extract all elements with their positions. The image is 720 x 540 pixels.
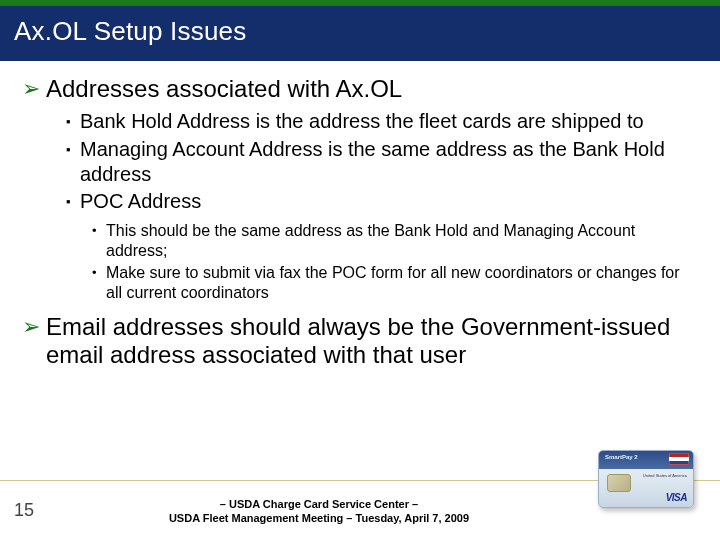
bullet-text: Managing Account Address is the same add… [80,137,698,187]
bullet-text: Email addresses should always be the Gov… [46,313,698,369]
bullet-text: Bank Hold Address is the address the fle… [80,109,644,134]
square-icon: ▪ [66,109,80,135]
bullet-level3: • Make sure to submit via fax the POC fo… [92,263,698,303]
arrow-icon: ➢ [22,75,42,103]
bullet-level1: ➢ Email addresses should always be the G… [22,313,698,369]
card-brand: SmartPay 2 [605,454,638,460]
bullet-text: Make sure to submit via fax the POC form… [106,263,698,303]
flag-icon [669,453,689,465]
slide-title: Ax.OL Setup Issues [14,16,706,47]
bullet-level2-list: ▪ Bank Hold Address is the address the f… [66,109,698,215]
dot-icon: • [92,263,106,283]
slide-header: Ax.OL Setup Issues [0,0,720,61]
bullet-level2: ▪ POC Address [66,189,698,215]
bullet-level3: • This should be the same address as the… [92,221,698,261]
slide-content: ➢ Addresses associated with Ax.OL ▪ Bank… [0,61,720,480]
card-image: SmartPay 2 United States of America VISA [598,450,694,508]
chip-icon [607,474,631,492]
card-network: VISA [666,492,687,503]
bullet-level2: ▪ Bank Hold Address is the address the f… [66,109,698,135]
arrow-icon: ➢ [22,313,42,341]
page-number: 15 [0,500,48,521]
square-icon: ▪ [66,137,80,163]
dot-icon: • [92,221,106,241]
card-microtext: United States of America [643,473,687,478]
square-icon: ▪ [66,189,80,215]
footer-line2: USDA Fleet Management Meeting – Tuesday,… [48,511,590,525]
bullet-text: POC Address [80,189,201,214]
bullet-level1: ➢ Addresses associated with Ax.OL [22,75,698,103]
footer-text: – USDA Charge Card Service Center – USDA… [48,497,590,525]
bullet-level3-list: • This should be the same address as the… [92,221,698,303]
bullet-level2: ▪ Managing Account Address is the same a… [66,137,698,187]
footer-line1: – USDA Charge Card Service Center – [48,497,590,511]
bullet-text: This should be the same address as the B… [106,221,698,261]
bullet-text: Addresses associated with Ax.OL [46,75,402,103]
